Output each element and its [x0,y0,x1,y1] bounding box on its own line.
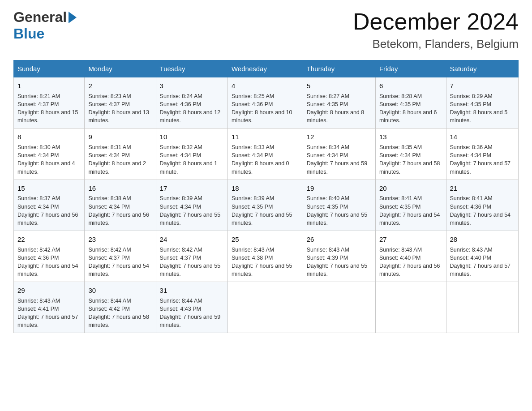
calendar-cell: 14Sunrise: 8:36 AMSunset: 4:34 PMDayligh… [446,128,518,180]
day-info: Sunrise: 8:29 AMSunset: 4:35 PMDaylight:… [450,92,515,125]
col-header-tuesday: Tuesday [156,60,227,77]
day-info: Sunrise: 8:21 AMSunset: 4:37 PMDaylight:… [17,92,81,125]
day-info: Sunrise: 8:35 AMSunset: 4:34 PMDaylight:… [379,143,442,176]
calendar-cell: 24Sunrise: 8:42 AMSunset: 4:37 PMDayligh… [156,231,227,282]
calendar-cell: 11Sunrise: 8:33 AMSunset: 4:34 PMDayligh… [227,128,303,180]
logo-general-text: General [13,9,67,26]
day-number: 29 [17,286,81,295]
page-header: General Blue December 2024 Betekom, Flan… [13,9,519,51]
day-info: Sunrise: 8:43 AMSunset: 4:41 PMDaylight:… [17,297,81,330]
week-row-4: 22Sunrise: 8:42 AMSunset: 4:36 PMDayligh… [14,231,519,282]
day-number: 16 [88,184,152,193]
calendar-cell: 21Sunrise: 8:41 AMSunset: 4:36 PMDayligh… [446,180,518,231]
day-number: 1 [17,81,81,91]
day-info: Sunrise: 8:28 AMSunset: 4:35 PMDaylight:… [379,92,442,125]
calendar-cell: 5Sunrise: 8:27 AMSunset: 4:35 PMDaylight… [303,77,375,128]
day-number: 2 [88,81,152,91]
day-number: 24 [160,235,224,244]
col-header-sunday: Sunday [14,60,85,77]
day-number: 12 [307,132,372,142]
day-info: Sunrise: 8:43 AMSunset: 4:40 PMDaylight:… [450,246,515,278]
day-number: 8 [17,132,81,142]
day-number: 4 [232,81,299,91]
calendar-cell: 27Sunrise: 8:43 AMSunset: 4:40 PMDayligh… [375,231,446,282]
calendar-cell: 18Sunrise: 8:39 AMSunset: 4:35 PMDayligh… [227,180,303,231]
col-header-friday: Friday [375,60,446,77]
calendar-cell [446,282,518,333]
calendar-table: SundayMondayTuesdayWednesdayThursdayFrid… [13,60,519,333]
day-info: Sunrise: 8:36 AMSunset: 4:34 PMDaylight:… [450,143,515,176]
week-row-5: 29Sunrise: 8:43 AMSunset: 4:41 PMDayligh… [14,282,519,333]
calendar-cell: 15Sunrise: 8:37 AMSunset: 4:34 PMDayligh… [14,180,85,231]
day-number: 9 [88,132,152,142]
day-info: Sunrise: 8:39 AMSunset: 4:34 PMDaylight:… [160,194,224,227]
day-info: Sunrise: 8:25 AMSunset: 4:36 PMDaylight:… [232,92,299,125]
day-info: Sunrise: 8:30 AMSunset: 4:34 PMDaylight:… [17,143,81,176]
day-number: 10 [160,132,224,142]
calendar-cell: 3Sunrise: 8:24 AMSunset: 4:36 PMDaylight… [156,77,227,128]
day-number: 20 [379,184,442,193]
day-number: 23 [88,235,152,244]
day-number: 28 [450,235,515,244]
calendar-cell: 1Sunrise: 8:21 AMSunset: 4:37 PMDaylight… [14,77,85,128]
month-title: December 2024 [353,9,519,34]
calendar-cell: 31Sunrise: 8:44 AMSunset: 4:43 PMDayligh… [156,282,227,333]
day-number: 5 [307,81,372,91]
logo-blue-text: Blue [13,26,44,42]
col-header-wednesday: Wednesday [227,60,303,77]
calendar-cell: 28Sunrise: 8:43 AMSunset: 4:40 PMDayligh… [446,231,518,282]
calendar-cell: 13Sunrise: 8:35 AMSunset: 4:34 PMDayligh… [375,128,446,180]
calendar-cell: 7Sunrise: 8:29 AMSunset: 4:35 PMDaylight… [446,77,518,128]
day-number: 11 [232,132,299,142]
day-number: 6 [379,81,442,91]
calendar-cell: 30Sunrise: 8:44 AMSunset: 4:42 PMDayligh… [85,282,156,333]
logo: General Blue [13,9,77,42]
calendar-cell: 25Sunrise: 8:43 AMSunset: 4:38 PMDayligh… [227,231,303,282]
day-number: 13 [379,132,442,142]
day-info: Sunrise: 8:27 AMSunset: 4:35 PMDaylight:… [307,92,372,125]
day-number: 7 [450,81,515,91]
day-info: Sunrise: 8:42 AMSunset: 4:37 PMDaylight:… [160,246,224,278]
day-info: Sunrise: 8:41 AMSunset: 4:36 PMDaylight:… [450,194,515,227]
calendar-cell: 19Sunrise: 8:40 AMSunset: 4:35 PMDayligh… [303,180,375,231]
day-info: Sunrise: 8:40 AMSunset: 4:35 PMDaylight:… [307,194,372,227]
day-info: Sunrise: 8:44 AMSunset: 4:43 PMDaylight:… [160,297,224,330]
day-info: Sunrise: 8:39 AMSunset: 4:35 PMDaylight:… [232,194,299,227]
calendar-cell: 2Sunrise: 8:23 AMSunset: 4:37 PMDaylight… [85,77,156,128]
week-row-1: 1Sunrise: 8:21 AMSunset: 4:37 PMDaylight… [14,77,519,128]
calendar-cell [227,282,303,333]
calendar-cell: 6Sunrise: 8:28 AMSunset: 4:35 PMDaylight… [375,77,446,128]
day-number: 3 [160,81,224,91]
col-header-monday: Monday [85,60,156,77]
col-header-saturday: Saturday [446,60,518,77]
day-info: Sunrise: 8:32 AMSunset: 4:34 PMDaylight:… [160,143,224,176]
day-number: 19 [307,184,372,193]
week-row-3: 15Sunrise: 8:37 AMSunset: 4:34 PMDayligh… [14,180,519,231]
day-info: Sunrise: 8:42 AMSunset: 4:37 PMDaylight:… [88,246,152,278]
calendar-cell: 29Sunrise: 8:43 AMSunset: 4:41 PMDayligh… [14,282,85,333]
calendar-cell: 9Sunrise: 8:31 AMSunset: 4:34 PMDaylight… [85,128,156,180]
day-info: Sunrise: 8:31 AMSunset: 4:34 PMDaylight:… [88,143,152,176]
calendar-cell: 22Sunrise: 8:42 AMSunset: 4:36 PMDayligh… [14,231,85,282]
day-number: 25 [232,235,299,244]
calendar-cell [303,282,375,333]
day-info: Sunrise: 8:24 AMSunset: 4:36 PMDaylight:… [160,92,224,125]
day-info: Sunrise: 8:23 AMSunset: 4:37 PMDaylight:… [88,92,152,125]
day-number: 26 [307,235,372,244]
calendar-cell: 4Sunrise: 8:25 AMSunset: 4:36 PMDaylight… [227,77,303,128]
logo-arrow-icon [69,12,77,25]
day-info: Sunrise: 8:41 AMSunset: 4:35 PMDaylight:… [379,194,442,227]
day-info: Sunrise: 8:43 AMSunset: 4:40 PMDaylight:… [379,246,442,278]
calendar-cell: 20Sunrise: 8:41 AMSunset: 4:35 PMDayligh… [375,180,446,231]
day-info: Sunrise: 8:38 AMSunset: 4:34 PMDaylight:… [88,194,152,227]
day-info: Sunrise: 8:43 AMSunset: 4:38 PMDaylight:… [232,246,299,278]
calendar-cell: 23Sunrise: 8:42 AMSunset: 4:37 PMDayligh… [85,231,156,282]
day-number: 31 [160,286,224,295]
calendar-cell: 26Sunrise: 8:43 AMSunset: 4:39 PMDayligh… [303,231,375,282]
week-row-2: 8Sunrise: 8:30 AMSunset: 4:34 PMDaylight… [14,128,519,180]
title-section: December 2024 Betekom, Flanders, Belgium [353,9,519,51]
day-number: 22 [17,235,81,244]
day-number: 21 [450,184,515,193]
day-number: 15 [17,184,81,193]
day-info: Sunrise: 8:44 AMSunset: 4:42 PMDaylight:… [88,297,152,330]
